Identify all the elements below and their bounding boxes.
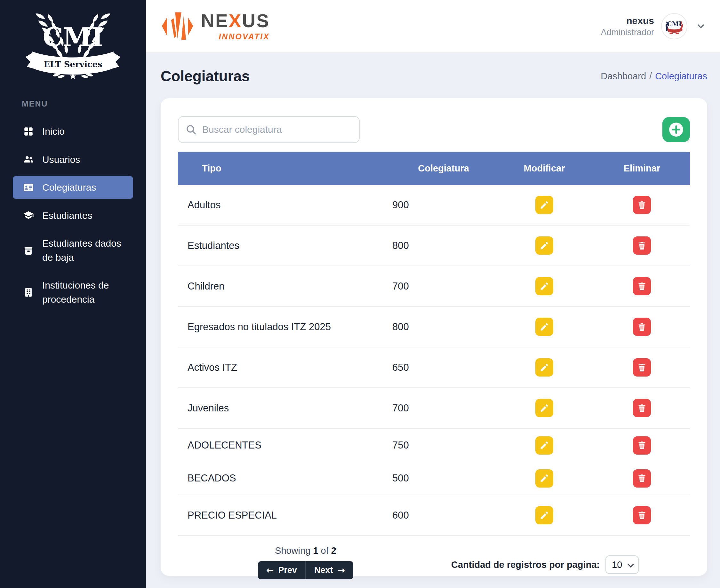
user-name: nexus [601,15,654,26]
delete-button[interactable] [633,436,651,455]
trash-icon [637,322,647,332]
table-row: ADOLECENTES 750 [178,429,690,462]
row-colegiatura: 700 [392,280,495,292]
sidebar-item-colegiaturas[interactable]: Colegiaturas [13,176,133,199]
pencil-icon [539,474,549,483]
column-header-tipo: Tipo [178,163,392,174]
grid-icon [23,126,34,137]
sidebar-item-label: Estudiantes [42,209,92,223]
delete-button[interactable] [633,469,651,487]
cmi-logo-acronym: CMI [43,22,103,52]
sidebar-item-inicio[interactable]: Inicio [13,120,133,143]
cmi-logo-subtitle: ELT Services [44,60,102,69]
add-button[interactable] [662,117,690,142]
pencil-icon [539,281,549,291]
row-tipo: BECADOS [178,472,392,484]
sidebar-item-label: Inicio [42,124,65,139]
delete-button[interactable] [633,318,651,336]
total-pages: 2 [331,545,336,556]
table-body: Adultos 900 Estudiantes 800 Children [178,185,690,536]
edit-button[interactable] [535,469,553,487]
id-card-icon [23,182,34,193]
table-footer: Showing 1 of 2 ← Prev Next → [178,536,690,579]
row-tipo: ADOLECENTES [178,440,392,451]
prev-button[interactable]: ← Prev [258,561,305,579]
search-field [178,116,360,143]
per-page-select[interactable]: 10 [606,556,638,573]
showing-status: Showing 1 of 2 [275,545,336,556]
row-colegiatura: 600 [392,510,495,521]
archive-box-icon [23,245,34,256]
trash-icon [637,474,647,483]
edit-button[interactable] [535,436,553,455]
row-colegiatura: 650 [392,362,495,373]
pencil-icon [539,200,549,210]
sidebar-menu: Inicio Usuarios Colegiaturas Estudiantes [0,120,146,316]
trash-icon [637,363,647,372]
topbar: NEXUS INNOVATIX nexus Administrador CMI [146,0,720,53]
delete-button[interactable] [633,358,651,377]
row-tipo: Activos ITZ [178,362,392,373]
pencil-icon [539,322,549,332]
delete-button[interactable] [633,506,651,524]
graduation-cap-icon [23,210,34,221]
current-page: 1 [313,545,318,556]
per-page-label: Cantidad de registros por pagina: [451,560,600,570]
plus-circle-icon [668,122,684,138]
page-head: Colegiaturas Dashboard/Colegiaturas [146,53,720,85]
delete-button[interactable] [633,399,651,417]
delete-button[interactable] [633,277,651,295]
pencil-icon [539,510,549,520]
row-tipo: Children [178,280,392,292]
chevron-down-icon[interactable] [694,20,707,33]
table-row: Adultos 900 [178,185,690,226]
breadcrumb-current[interactable]: Colegiaturas [655,71,707,81]
table-row: Activos ITZ 650 [178,348,690,388]
edit-button[interactable] [535,196,553,214]
row-colegiatura: 900 [392,199,495,211]
nexus-brand-logo: NEXUS INNOVATIX [159,9,270,43]
row-colegiatura: 500 [392,472,495,484]
trash-icon [637,200,647,210]
breadcrumb-separator: / [649,71,652,81]
menu-label: MENU [22,99,146,108]
laurel-bottom [53,72,94,79]
breadcrumb-dashboard[interactable]: Dashboard [601,71,646,81]
row-colegiatura: 750 [392,440,495,451]
table-row: Egresados no titulados ITZ 2025 800 [178,307,690,348]
user-menu[interactable]: nexus Administrador CMI [601,13,707,39]
avatar[interactable]: CMI [661,13,687,39]
colegiaturas-table: Tipo Colegiatura Modificar Eliminar Adul… [178,152,690,536]
pencil-icon [539,403,549,413]
trash-icon [637,441,647,450]
edit-button[interactable] [535,358,553,377]
edit-button[interactable] [535,399,553,417]
trash-icon [637,281,647,291]
arrow-left-icon: ← [266,565,274,575]
edit-button[interactable] [535,236,553,255]
edit-button[interactable] [535,506,553,524]
table-row: Estudiantes 800 [178,226,690,266]
next-button[interactable]: Next → [305,561,353,579]
arrow-right-icon: → [337,565,345,575]
sidebar-item-estudiantes[interactable]: Estudiantes [13,204,133,227]
per-page-select-wrap: 10 [605,555,639,574]
edit-button[interactable] [535,277,553,295]
delete-button[interactable] [633,236,651,255]
sidebar-item-estudiantes-baja[interactable]: Estudiantes dados de baja [13,232,133,269]
sidebar-item-instituciones[interactable]: Instituciones de procedencia [13,274,133,311]
trash-icon [637,510,647,520]
delete-button[interactable] [633,196,651,214]
table-row: Juveniles 700 [178,388,690,429]
pager: ← Prev Next → [258,561,353,579]
row-tipo: Egresados no titulados ITZ 2025 [178,321,392,333]
edit-button[interactable] [535,318,553,336]
sidebar-item-label: Colegiaturas [42,181,96,194]
table-header: Tipo Colegiatura Modificar Eliminar [178,152,690,185]
row-colegiatura: 700 [392,402,495,414]
svg-text:CMI: CMI [667,20,682,28]
search-input[interactable] [178,116,360,143]
row-tipo: PRECIO ESPECIAL [178,510,392,521]
sidebar-item-usuarios[interactable]: Usuarios [13,148,133,171]
brand-tagline: INNOVATIX [201,32,270,41]
